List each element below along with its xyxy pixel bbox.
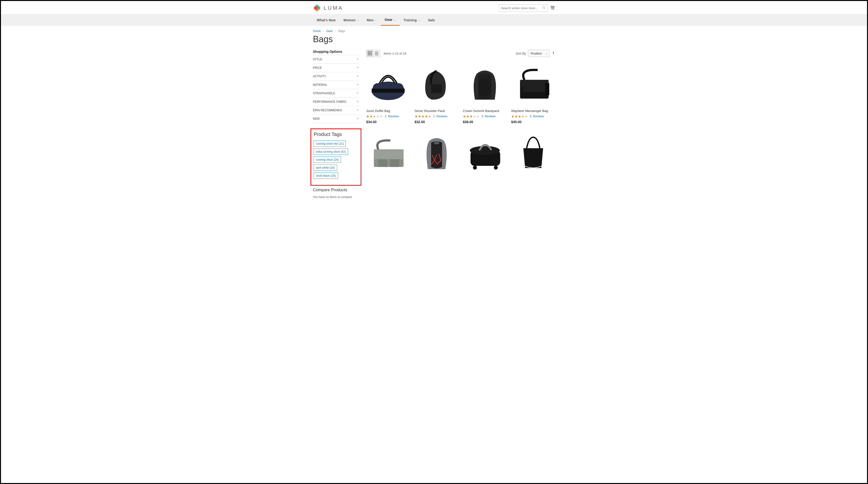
- star-icon: ★: [511, 115, 515, 118]
- product-image[interactable]: [463, 61, 507, 107]
- breadcrumb-link[interactable]: Gear: [326, 29, 333, 33]
- svg-point-4: [542, 6, 545, 8]
- filter-label: ACTIVITY: [313, 75, 326, 78]
- product-image[interactable]: [511, 61, 555, 107]
- svg-rect-11: [431, 84, 442, 93]
- star-rating: ★★★★★: [366, 115, 383, 118]
- svg-point-6: [552, 9, 552, 9]
- product-name[interactable]: Crown Summit Backpack: [463, 109, 507, 113]
- star-icon: ★: [380, 115, 383, 118]
- filter-material[interactable]: MATERIAL: [313, 81, 359, 89]
- reviews-link[interactable]: 3 Reviews: [482, 115, 496, 118]
- product-tag[interactable]: running short (24): [314, 156, 341, 163]
- star-icon: ★: [515, 115, 518, 118]
- product-image[interactable]: [414, 130, 459, 176]
- filter-label: PRICE: [313, 66, 322, 69]
- star-icon: ★: [425, 115, 428, 118]
- compare-products-title: Compare Products: [313, 188, 359, 193]
- product-image[interactable]: [414, 61, 459, 107]
- filter-style[interactable]: STYLE: [313, 55, 359, 63]
- rating-row: ★★★★★2 Reviews: [366, 115, 410, 118]
- site-logo[interactable]: LUMA: [313, 4, 343, 12]
- svg-point-23: [473, 166, 477, 170]
- chevron-down-icon: [356, 66, 359, 69]
- star-icon: ★: [418, 115, 421, 118]
- filter-strap-handle[interactable]: STRAP/HANDLE: [313, 89, 359, 97]
- product-tag[interactable]: tank white (20): [314, 165, 337, 171]
- product-name[interactable]: Joust Duffle Bag: [366, 109, 410, 113]
- logo-icon: [313, 4, 321, 12]
- filter-activity[interactable]: ACTIVITY: [313, 72, 359, 81]
- star-icon: ★: [470, 115, 473, 118]
- product-card[interactable]: [366, 130, 410, 176]
- reviews-link[interactable]: 2 Reviews: [385, 115, 399, 118]
- search-input[interactable]: [501, 6, 542, 10]
- star-icon: ★: [376, 115, 379, 118]
- product-tag[interactable]: running short red (21): [314, 141, 346, 147]
- star-rating: ★★★★★: [511, 115, 528, 118]
- product-card[interactable]: Strive Shoulder Pack★★★★★2 Reviews$32.00: [414, 61, 459, 124]
- rating-row: ★★★★★3 Reviews: [511, 115, 555, 118]
- filter-label: ERIN RECOMMENDS: [313, 109, 342, 112]
- breadcrumb-current: Bags: [338, 29, 345, 33]
- chevron-down-icon: ⌄: [418, 19, 420, 21]
- nav-item-training[interactable]: Training⌄: [400, 14, 424, 26]
- product-name[interactable]: Wayfarer Messenger Bag: [511, 109, 555, 113]
- product-card[interactable]: Crown Summit Backpack★★★★★3 Reviews$38.0…: [463, 61, 507, 124]
- nav-item-what-s-new[interactable]: What's New: [313, 14, 340, 26]
- product-card[interactable]: [414, 130, 459, 176]
- nav-item-sale[interactable]: Sale: [424, 14, 439, 26]
- product-card[interactable]: [511, 130, 555, 176]
- nav-item-men[interactable]: Men⌄: [363, 14, 381, 26]
- filter-erin-recommends[interactable]: ERIN RECOMMENDS: [313, 106, 359, 114]
- nav-item-gear[interactable]: Gear⌄: [381, 14, 400, 26]
- chevron-right-icon: ›: [323, 30, 324, 32]
- svg-rect-18: [378, 159, 387, 167]
- product-image[interactable]: [511, 130, 555, 176]
- breadcrumb-link[interactable]: Home: [313, 29, 321, 33]
- filter-new[interactable]: NEW: [313, 114, 359, 123]
- cart-icon[interactable]: [550, 5, 555, 11]
- chevron-down-icon: ⌄: [546, 52, 548, 55]
- chevron-down-icon: ⌄: [375, 19, 377, 21]
- product-name[interactable]: Strive Shoulder Pack: [414, 109, 459, 113]
- product-card[interactable]: [463, 130, 507, 176]
- chevron-down-icon: [356, 58, 359, 61]
- svg-rect-15: [545, 83, 549, 95]
- product-tag[interactable]: short black (25): [314, 173, 338, 179]
- chevron-down-icon: [356, 109, 359, 112]
- filter-label: STYLE: [313, 58, 322, 61]
- breadcrumb: Home›Gear›Bags: [313, 29, 555, 33]
- nav-item-women[interactable]: Women⌄: [340, 14, 363, 26]
- list-view-button[interactable]: [373, 50, 380, 57]
- filter-performance-fabric[interactable]: PERFORMANCE FABRIC: [313, 97, 359, 106]
- reviews-link[interactable]: 3 Reviews: [530, 115, 544, 118]
- product-card[interactable]: Joust Duffle Bag★★★★★2 Reviews$34.00: [366, 61, 410, 124]
- search-box[interactable]: [499, 4, 547, 12]
- chevron-down-icon: [356, 117, 359, 120]
- product-card[interactable]: Wayfarer Messenger Bag★★★★★3 Reviews$45.…: [511, 61, 555, 124]
- product-image[interactable]: [463, 130, 507, 176]
- sortby-label: Sort By: [516, 52, 526, 55]
- svg-line-5: [544, 8, 545, 9]
- filter-price[interactable]: PRICE: [313, 63, 359, 72]
- list-icon: [375, 52, 378, 55]
- star-icon: ★: [463, 115, 466, 118]
- product-tag[interactable]: erika running short (42): [314, 148, 348, 155]
- product-tags-title: Product Tags: [314, 132, 358, 137]
- svg-point-22: [470, 146, 500, 155]
- sort-select[interactable]: Position ⌄: [528, 50, 550, 57]
- star-icon: ★: [518, 115, 521, 118]
- sort-direction-button[interactable]: [552, 51, 555, 56]
- star-icon: ★: [370, 115, 373, 118]
- nav-item-label: Women: [343, 18, 355, 22]
- reviews-link[interactable]: 2 Reviews: [433, 115, 447, 118]
- filter-label: STRAP/HANDLE: [313, 92, 335, 95]
- shopping-options-title: Shopping Options: [313, 50, 359, 54]
- star-icon: ★: [525, 115, 528, 118]
- search-icon[interactable]: [542, 6, 546, 10]
- grid-view-button[interactable]: [366, 50, 373, 57]
- product-image[interactable]: [366, 61, 410, 107]
- product-image[interactable]: [366, 130, 410, 176]
- nav-item-label: Men: [367, 18, 373, 22]
